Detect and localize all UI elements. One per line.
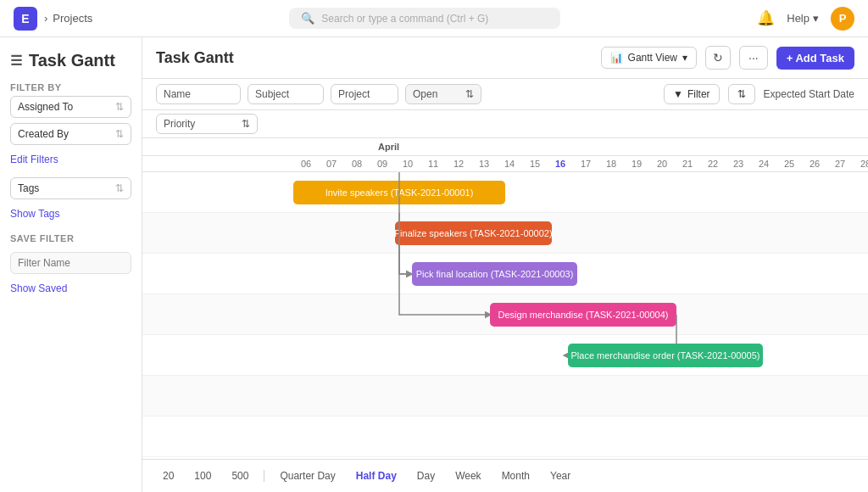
year-button[interactable]: Year — [543, 467, 577, 485]
filter-by-label: Filter By — [10, 82, 131, 92]
content-area: Task Gantt 📊 Gantt View ▾ ↻ ··· + Add Ta… — [142, 37, 868, 492]
breadcrumb-arrow: › — [44, 12, 47, 25]
sort-icon: ⇅ — [737, 88, 746, 100]
assigned-to-select[interactable]: Assigned To ⇅ — [10, 96, 131, 118]
gantt-row-1: Invite speakers (TASK-2021-00001) — [142, 172, 868, 213]
gantt-view-label: Gantt View — [628, 52, 677, 64]
filter-name-input[interactable] — [10, 252, 131, 274]
date-25: 25 — [776, 159, 802, 169]
breadcrumb: › Projects — [44, 12, 92, 25]
month-button[interactable]: Month — [495, 467, 537, 485]
date-24: 24 — [751, 159, 776, 169]
chevron-down-icon: ▾ — [682, 52, 687, 64]
date-26: 26 — [802, 159, 827, 169]
chevron-down-icon: ⇅ — [115, 128, 124, 140]
avatar[interactable]: P — [831, 7, 854, 31]
date-27: 27 — [827, 159, 853, 169]
date-22: 22 — [700, 159, 726, 169]
content-title: Task Gantt — [156, 49, 234, 67]
chevron-down-icon: ▾ — [813, 12, 819, 25]
filter-icon: ▼ — [673, 88, 683, 100]
task-bar-4[interactable]: Design merchandise (TASK-2021-00004) — [490, 303, 676, 327]
created-by-label: Created By — [18, 128, 69, 140]
show-saved-link[interactable]: Show Saved — [10, 282, 131, 294]
open-column-filter[interactable]: Open ⇅ — [405, 84, 481, 104]
app-logo[interactable]: E — [14, 7, 37, 31]
date-11: 11 — [420, 159, 446, 169]
gantt-row-2: Finalize speakers (TASK-2021-00002) — [142, 213, 868, 254]
help-label: Help — [787, 12, 810, 25]
priority-column-filter[interactable]: Priority ⇅ — [156, 114, 258, 134]
header-actions: 📊 Gantt View ▾ ↻ ··· + Add Task — [601, 46, 854, 70]
gantt-dates-row: 06 07 08 09 10 11 12 13 14 15 16 17 18 1… — [142, 156, 868, 172]
sort-button[interactable]: ⇅ — [728, 84, 755, 104]
scale-20-button[interactable]: 20 — [156, 467, 181, 485]
expected-start-date-label: Expected Start Date — [764, 88, 854, 100]
tags-select[interactable]: Tags ⇅ — [10, 177, 131, 199]
date-09: 09 — [370, 159, 395, 169]
main-layout: ☰ Task Gantt Filter By Assigned To ⇅ Cre… — [0, 37, 868, 492]
assigned-to-label: Assigned To — [18, 101, 73, 113]
priority-col-label: Priority — [164, 118, 195, 130]
gantt-row-3: Pick final location (TASK-2021-00003) — [142, 254, 868, 294]
sidebar: ☰ Task Gantt Filter By Assigned To ⇅ Cre… — [0, 37, 142, 492]
task-bar-3[interactable]: Pick final location (TASK-2021-00003) — [412, 262, 577, 286]
filter-right: ▼ Filter ⇅ Expected Start Date — [664, 84, 854, 104]
day-button[interactable]: Day — [410, 467, 442, 485]
filter-row: Name Subject Project Open ⇅ ▼ Filter — [142, 79, 868, 110]
chevron-down-icon: ⇅ — [465, 88, 474, 100]
task-bar-2[interactable]: Finalize speakers (TASK-2021-00002) — [395, 221, 552, 245]
date-08: 08 — [344, 159, 370, 169]
gantt-month-header: April — [142, 138, 868, 156]
task-bar-1[interactable]: Invite speakers (TASK-2021-00001) — [293, 181, 505, 204]
gantt-icon: 📊 — [610, 52, 623, 64]
date-20: 20 — [649, 159, 675, 169]
half-day-button[interactable]: Half Day — [349, 467, 403, 485]
date-12: 12 — [446, 159, 471, 169]
subject-column-filter[interactable]: Subject — [248, 84, 324, 104]
search-icon: 🔍 — [301, 12, 314, 25]
tags-label: Tags — [18, 182, 39, 194]
date-13: 13 — [471, 159, 497, 169]
quarter-day-button[interactable]: Quarter Day — [273, 467, 342, 485]
search-bar[interactable]: 🔍 Search or type a command (Ctrl + G) — [289, 8, 560, 29]
search-placeholder: Search or type a command (Ctrl + G) — [321, 13, 488, 25]
notification-bell-icon[interactable]: 🔔 — [757, 9, 775, 27]
date-16: 16 — [548, 159, 573, 169]
name-col-label: Name — [164, 88, 191, 100]
filter-button[interactable]: ▼ Filter — [664, 84, 720, 104]
breadcrumb-projects[interactable]: Projects — [53, 12, 92, 25]
scale-100-button[interactable]: 100 — [187, 467, 218, 485]
gantt-view-button[interactable]: 📊 Gantt View ▾ — [601, 47, 697, 69]
date-19: 19 — [624, 159, 649, 169]
hamburger-icon[interactable]: ☰ — [10, 53, 22, 69]
open-col-label: Open — [413, 88, 437, 100]
show-tags-link[interactable]: Show Tags — [10, 208, 131, 220]
help-menu[interactable]: Help ▾ — [787, 12, 819, 25]
page-title: ☰ Task Gantt — [10, 51, 131, 70]
edit-filters-button[interactable]: Edit Filters — [10, 154, 131, 165]
chevron-down-icon: ⇅ — [242, 118, 250, 130]
chevron-down-icon: ⇅ — [115, 101, 124, 113]
more-options-button[interactable]: ··· — [739, 46, 768, 70]
date-06: 06 — [293, 159, 319, 169]
refresh-button[interactable]: ↻ — [705, 46, 731, 70]
project-col-label: Project — [338, 88, 370, 100]
scale-500-button[interactable]: 500 — [225, 467, 255, 485]
date-28: 28 — [853, 159, 868, 169]
name-column-filter[interactable]: Name — [156, 84, 241, 104]
divider — [264, 470, 264, 482]
date-14: 14 — [497, 159, 522, 169]
topnav-right: 🔔 Help ▾ P — [757, 7, 854, 31]
gantt-body: Invite speakers (TASK-2021-00001) — [142, 172, 868, 457]
task-bar-5[interactable]: Place merchandise order (TASK-2021-00005… — [568, 344, 763, 367]
add-task-button[interactable]: + Add Task — [776, 47, 854, 70]
created-by-select[interactable]: Created By ⇅ — [10, 123, 131, 145]
project-column-filter[interactable]: Project — [331, 84, 398, 104]
gantt-row-empty-1 — [142, 376, 868, 417]
gantt-row-4: Design merchandise (TASK-2021-00004) — [142, 294, 868, 335]
page-title-text: Task Gantt — [29, 51, 115, 70]
gantt-area: Name Subject Project Open ⇅ ▼ Filter — [142, 79, 868, 459]
date-17: 17 — [573, 159, 598, 169]
week-button[interactable]: Week — [448, 467, 487, 485]
